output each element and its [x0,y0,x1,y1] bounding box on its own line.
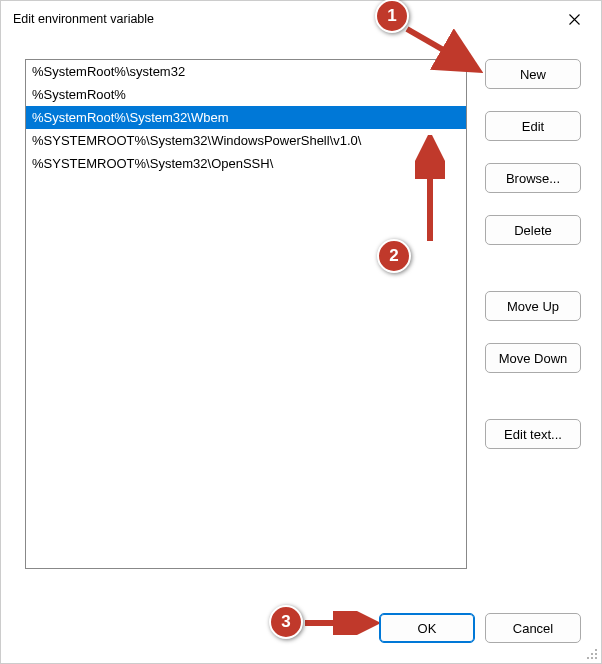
list-item[interactable]: %SystemRoot% [26,83,466,106]
edit-button[interactable]: Edit [485,111,581,141]
list-item[interactable]: %SystemRoot%\system32 [26,60,466,83]
move-up-button[interactable]: Move Up [485,291,581,321]
annotation-arrow-2 [415,135,445,245]
svg-point-0 [595,649,597,651]
dialog-footer: OK Cancel [379,613,581,643]
list-item[interactable]: %SYSTEMROOT%\System32\WindowsPowerShell\… [26,129,466,152]
list-item[interactable]: %SystemRoot%\System32\Wbem [26,106,466,129]
cancel-button[interactable]: Cancel [485,613,581,643]
annotation-badge-3: 3 [269,605,303,639]
annotation-badge-2: 2 [377,239,411,273]
list-item[interactable]: %SYSTEMROOT%\System32\OpenSSH\ [26,152,466,175]
resize-grip-icon[interactable] [584,646,598,660]
new-button[interactable]: New [485,59,581,89]
annotation-badge-1: 1 [375,0,409,33]
delete-button[interactable]: Delete [485,215,581,245]
svg-point-4 [591,657,593,659]
annotation-arrow-1 [403,25,483,75]
browse-button[interactable]: Browse... [485,163,581,193]
close-button[interactable] [553,4,595,34]
edit-text-button[interactable]: Edit text... [485,419,581,449]
side-button-column: New Edit Browse... Delete Move Up Move D… [485,59,581,569]
annotation-arrow-3 [303,611,379,635]
svg-point-1 [591,653,593,655]
move-down-button[interactable]: Move Down [485,343,581,373]
path-listbox[interactable]: %SystemRoot%\system32 %SystemRoot% %Syst… [25,59,467,569]
dialog-content: %SystemRoot%\system32 %SystemRoot% %Syst… [1,37,601,589]
svg-point-3 [587,657,589,659]
titlebar: Edit environment variable [1,1,601,37]
close-icon [569,14,580,25]
edit-env-var-dialog: Edit environment variable %SystemRoot%\s… [0,0,602,664]
ok-button[interactable]: OK [379,613,475,643]
svg-point-2 [595,653,597,655]
svg-point-5 [595,657,597,659]
dialog-title: Edit environment variable [13,12,154,26]
